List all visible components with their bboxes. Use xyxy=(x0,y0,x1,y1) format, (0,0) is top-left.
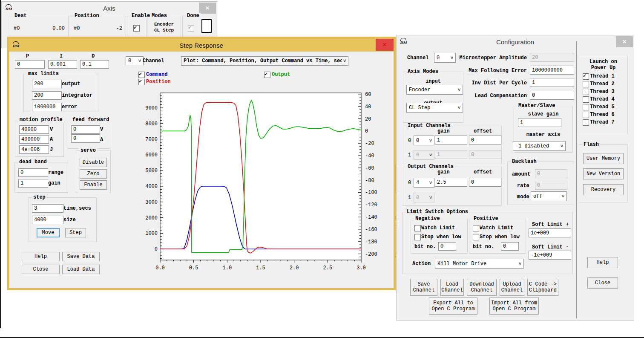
step-time-field[interactable]: 3 xyxy=(32,204,63,213)
neg-bit-field[interactable]: 0 xyxy=(438,242,456,251)
output-row0-offset-field[interactable]: 0 xyxy=(469,178,501,187)
lead-comp-field[interactable]: 0 xyxy=(530,91,574,100)
upload-channel-button[interactable]: Upload Channel xyxy=(500,279,524,296)
thread-2-checkbox[interactable] xyxy=(583,81,589,87)
pos-stop-when-low-checkbox[interactable] xyxy=(473,234,479,240)
svg-text:-160: -160 xyxy=(365,227,377,233)
ccode-clipboard-button[interactable]: C Code -> Clipboard xyxy=(527,279,558,296)
servo-zero-button[interactable]: Zero xyxy=(80,169,107,179)
close-button[interactable]: Close xyxy=(587,277,618,289)
configuration-window: DM Configuration Channel 0 Microstepper … xyxy=(396,35,634,321)
position-checkbox[interactable] xyxy=(138,79,145,85)
import-all-button[interactable]: Import All from Open C Program xyxy=(489,298,539,315)
plot-select[interactable]: Plot: Command, Position, Output Command … xyxy=(181,56,348,66)
range-label: range xyxy=(48,170,63,176)
chevron-down-icon xyxy=(457,105,462,111)
export-all-button[interactable]: Export All to Open C Program xyxy=(429,298,477,315)
svg-text:-80: -80 xyxy=(365,178,374,184)
move-button[interactable]: Move xyxy=(37,228,60,237)
enable-checkbox[interactable] xyxy=(133,25,140,32)
dest-label: Dest xyxy=(13,13,28,19)
close-button[interactable]: Close xyxy=(22,265,60,274)
save-data-button[interactable]: Save Data xyxy=(62,252,100,261)
input-row0-channel-select[interactable]: 0 xyxy=(414,136,434,145)
thread-1-checkbox[interactable] xyxy=(583,73,589,80)
help-button[interactable]: Help xyxy=(587,257,618,268)
jerk-field[interactable]: 4e+006 xyxy=(19,145,49,154)
servo-label: servo xyxy=(79,147,97,153)
max-error-field[interactable]: 1000000 xyxy=(32,103,62,111)
backlash-mode-select[interactable]: off xyxy=(531,191,567,201)
channel-select[interactable]: 0 xyxy=(126,56,144,65)
load-data-button[interactable]: Load Data xyxy=(62,265,100,274)
p-field[interactable]: 0 xyxy=(15,60,45,69)
help-button[interactable]: Help xyxy=(22,252,60,261)
close-icon[interactable] xyxy=(199,3,216,14)
done-group: Done xyxy=(182,16,200,39)
svg-text:8000: 8000 xyxy=(145,121,158,127)
input-channels-label: Input Channels xyxy=(406,123,452,129)
input-row1-channel-select: 0 xyxy=(414,150,434,160)
slave-gain-field[interactable]: 1 xyxy=(518,118,561,127)
action-select[interactable]: Kill Motor Drive xyxy=(435,259,524,269)
app-icon: DM xyxy=(400,38,407,45)
download-channel-button[interactable]: Download Channel xyxy=(467,279,497,296)
max-integrator-field[interactable]: 200 xyxy=(32,91,62,100)
thread-7-label: Thread 7 xyxy=(590,119,615,125)
thread-3-checkbox[interactable] xyxy=(583,89,589,95)
ff-velocity-field[interactable]: 0 xyxy=(71,125,100,134)
command-checkbox[interactable] xyxy=(138,72,145,78)
servo-enable-button[interactable]: Enable xyxy=(80,180,107,190)
thread-5-checkbox[interactable] xyxy=(583,104,589,110)
step-size-field[interactable]: 4000 xyxy=(32,216,63,224)
soft-limit-minus-field[interactable]: -1e+009 xyxy=(529,251,571,260)
limit-switch-label: Limit Switch Options xyxy=(405,209,469,215)
thread-7-checkbox[interactable] xyxy=(583,119,589,126)
user-memory-button[interactable]: User Memory xyxy=(583,153,624,164)
input-row0-offset-field[interactable]: 0 xyxy=(469,136,501,144)
neg-watch-limit-checkbox[interactable] xyxy=(414,225,421,231)
output-row0-gain-field[interactable]: 2.5 xyxy=(435,178,467,187)
master-axis-select[interactable]: -1 disabled xyxy=(513,141,566,151)
velocity-field[interactable]: 40000 xyxy=(19,125,49,134)
output-mode-select[interactable]: CL Step xyxy=(406,103,463,113)
d-field[interactable]: 0.1 xyxy=(80,60,109,69)
soft-limit-plus-field[interactable]: 1e+009 xyxy=(529,228,571,237)
i-label: I xyxy=(60,53,63,59)
microstepper-field: 20 xyxy=(530,53,574,62)
servo-disable-button[interactable]: Disable xyxy=(80,158,107,167)
inv-dist-field[interactable]: 1 xyxy=(530,78,574,87)
step-response-titlebar: DM Step Response xyxy=(9,39,394,52)
output-checkbox[interactable] xyxy=(264,72,270,78)
accel-field[interactable]: 400000 xyxy=(19,135,49,144)
new-version-button[interactable]: New Version xyxy=(583,168,624,179)
microstepper-label: Microstepper Amplitude xyxy=(422,55,527,61)
gain-field[interactable]: 1 xyxy=(18,179,48,188)
save-channel-button[interactable]: Save Channel xyxy=(410,279,437,296)
recovery-button[interactable]: Recovery xyxy=(583,184,624,195)
thread-4-checkbox[interactable] xyxy=(583,96,589,103)
i-field[interactable]: 0.001 xyxy=(48,60,77,69)
axis-modes-label: Axis Modes xyxy=(406,69,440,75)
step-button[interactable]: Step xyxy=(65,228,86,237)
neg-stop-when-low-checkbox[interactable] xyxy=(414,234,421,240)
range-field[interactable]: 0 xyxy=(18,168,48,177)
max-following-error-field[interactable]: 1000000000 xyxy=(530,66,574,75)
pos-bit-field[interactable]: 0 xyxy=(501,242,519,251)
svg-text:9000: 9000 xyxy=(145,105,158,111)
load-channel-button[interactable]: Load Channel xyxy=(440,279,464,296)
svg-text:0.0: 0.0 xyxy=(155,265,165,271)
ff-accel-field[interactable]: 0 xyxy=(71,134,100,143)
output-row0-channel-select[interactable]: 4 xyxy=(414,178,434,188)
input-mode-select[interactable]: Encoder xyxy=(406,85,463,95)
close-icon[interactable] xyxy=(376,39,394,51)
chevron-down-icon xyxy=(457,87,462,93)
input-row0-gain-field[interactable]: 1 xyxy=(435,136,467,144)
pos-watch-limit-checkbox[interactable] xyxy=(473,225,479,231)
thread-6-checkbox[interactable] xyxy=(583,112,589,118)
velocity-label: V xyxy=(50,127,53,133)
mode-label: mode xyxy=(517,194,529,200)
max-output-field[interactable]: 200 xyxy=(32,80,62,88)
max-error-label: error xyxy=(62,104,77,110)
close-icon[interactable] xyxy=(616,36,633,47)
